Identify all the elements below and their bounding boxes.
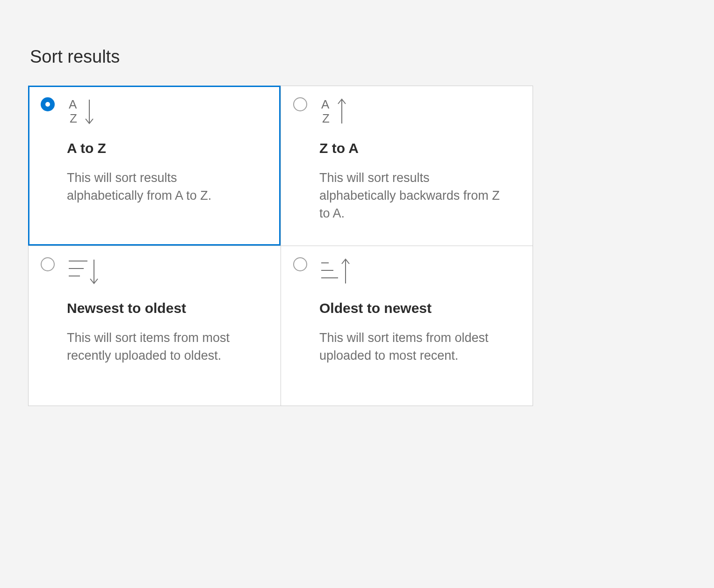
sort-option-description: This will sort items from most recently … xyxy=(67,329,254,365)
sort-option-label: A to Z xyxy=(67,140,266,156)
sort-az-up-icon: A Z xyxy=(319,97,519,131)
sort-option-label: Oldest to newest xyxy=(319,300,519,316)
sort-option-ztoa[interactable]: A Z Z to A This will sort results alphab… xyxy=(281,86,533,246)
sort-option-label: Z to A xyxy=(319,140,519,156)
sort-option-description: This will sort results alphabetically ba… xyxy=(319,169,506,222)
sort-option-label: Newsest to oldest xyxy=(67,300,267,316)
radio-oldest[interactable] xyxy=(293,257,307,271)
svg-text:Z: Z xyxy=(322,111,330,125)
page-title: Sort results xyxy=(30,47,686,67)
svg-text:Z: Z xyxy=(70,111,77,125)
sort-az-down-icon: A Z xyxy=(67,97,266,131)
svg-text:A: A xyxy=(321,97,330,111)
sort-option-oldest[interactable]: Oldest to newest This will sort items fr… xyxy=(281,246,533,406)
radio-atoz[interactable] xyxy=(41,97,55,111)
sort-option-description: This will sort results alphabetically fr… xyxy=(67,169,254,205)
radio-newest[interactable] xyxy=(41,257,55,271)
sort-lines-down-icon xyxy=(67,257,267,291)
sort-option-atoz[interactable]: A Z A to Z This will sort results alphab… xyxy=(28,86,281,246)
svg-text:A: A xyxy=(69,97,77,111)
radio-ztoa[interactable] xyxy=(293,97,307,111)
sort-lines-up-icon xyxy=(319,257,519,291)
sort-option-newest[interactable]: Newsest to oldest This will sort items f… xyxy=(28,246,281,406)
sort-options-grid: A Z A to Z This will sort results alphab… xyxy=(28,86,533,406)
sort-option-description: This will sort items from oldest uploade… xyxy=(319,329,506,365)
